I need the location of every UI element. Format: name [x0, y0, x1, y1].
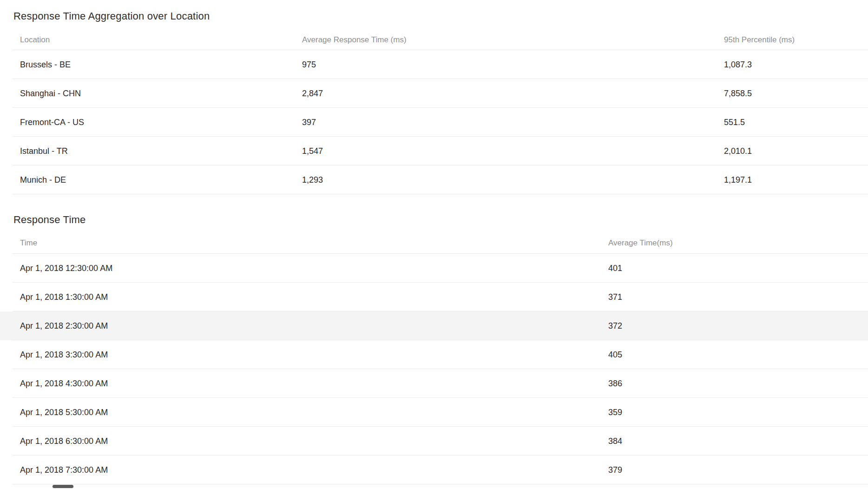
table-row[interactable]: Apr 1, 2018 1:30:00 AM371 [0, 283, 868, 311]
average-time-cell: 359 [608, 408, 622, 417]
table-row[interactable]: Brussels - BE9751,087.3 [0, 50, 868, 79]
95th-percentile-cell: 1,087.3 [724, 60, 752, 70]
table-row[interactable]: Apr 1, 2018 6:30:00 AM384 [0, 427, 868, 456]
table-row[interactable]: Apr 1, 2018 12:30:00 AM401 [0, 254, 868, 283]
table-row[interactable]: Apr 1, 2018 4:30:00 AM386 [0, 369, 868, 398]
location-cell: Istanbul - TR [20, 146, 68, 156]
average-time-cell: 405 [608, 350, 622, 360]
average-time-cell: 372 [608, 321, 622, 331]
table-row[interactable]: Apr 1, 2018 3:30:00 AM405 [0, 340, 868, 369]
average-time-cell: 401 [608, 264, 622, 273]
time-cell: Apr 1, 2018 6:30:00 AM [20, 436, 108, 446]
location-cell: Brussels - BE [20, 60, 71, 70]
location-table-title: Response Time Aggregation over Location [13, 10, 868, 22]
average-time-cell: 384 [608, 436, 622, 446]
response-table-header: Time Average Time(ms) [0, 232, 868, 254]
time-cell: Apr 1, 2018 7:30:00 AM [20, 465, 108, 475]
average-time-cell: 379 [608, 465, 622, 475]
location-aggregation-section: Response Time Aggregation over Location … [0, 10, 868, 194]
average-response-time-cell: 975 [302, 60, 316, 70]
table-row[interactable]: Apr 1, 2018 5:30:00 AM359 [0, 398, 868, 427]
95th-percentile-cell: 1,197.1 [724, 175, 752, 185]
column-header-average-response-time: Average Response Time (ms) [302, 35, 407, 45]
95th-percentile-cell: 551.5 [724, 118, 745, 127]
column-header-average-time: Average Time(ms) [608, 238, 673, 248]
average-response-time-cell: 397 [302, 118, 316, 127]
column-header-95th-percentile: 95th Percentile (ms) [724, 35, 795, 45]
average-response-time-cell: 1,547 [302, 146, 323, 156]
95th-percentile-cell: 2,010.1 [724, 146, 752, 156]
average-response-time-cell: 1,293 [302, 175, 323, 185]
location-cell: Munich - DE [20, 175, 66, 185]
location-cell: Shanghai - CHN [20, 89, 81, 99]
time-cell: Apr 1, 2018 5:30:00 AM [20, 408, 108, 417]
average-time-cell: 386 [608, 379, 622, 389]
time-cell: Apr 1, 2018 2:30:00 AM [20, 321, 108, 331]
time-cell: Apr 1, 2018 1:30:00 AM [20, 292, 108, 302]
table-row[interactable]: Apr 1, 2018 7:30:00 AM379 [0, 456, 868, 484]
table-row[interactable]: Shanghai - CHN2,8477,858.5 [0, 79, 868, 108]
response-table-title: Response Time [13, 214, 868, 226]
location-cell: Fremont-CA - US [20, 118, 84, 127]
column-header-location: Location [20, 35, 50, 45]
response-table-body: Apr 1, 2018 12:30:00 AM401Apr 1, 2018 1:… [0, 254, 868, 484]
time-cell: Apr 1, 2018 4:30:00 AM [20, 379, 108, 389]
average-time-cell: 371 [608, 292, 622, 302]
response-time-section: Response Time Time Average Time(ms) Apr … [0, 214, 868, 484]
location-table-header: Location Average Response Time (ms) 95th… [0, 30, 868, 50]
table-row[interactable]: Istanbul - TR1,5472,010.1 [0, 137, 868, 165]
average-response-time-cell: 2,847 [302, 89, 323, 99]
table-row[interactable]: Munich - DE1,2931,197.1 [0, 165, 868, 194]
95th-percentile-cell: 7,858.5 [724, 89, 752, 99]
column-header-time: Time [20, 238, 37, 248]
location-table-body: Brussels - BE9751,087.3Shanghai - CHN2,8… [0, 50, 868, 194]
time-cell: Apr 1, 2018 12:30:00 AM [20, 264, 112, 273]
time-cell: Apr 1, 2018 3:30:00 AM [20, 350, 108, 360]
table-row[interactable]: Apr 1, 2018 2:30:00 AM372 [0, 311, 868, 340]
table-row[interactable]: Fremont-CA - US397551.5 [0, 108, 868, 137]
horizontal-scrollbar-thumb[interactable] [53, 485, 73, 488]
